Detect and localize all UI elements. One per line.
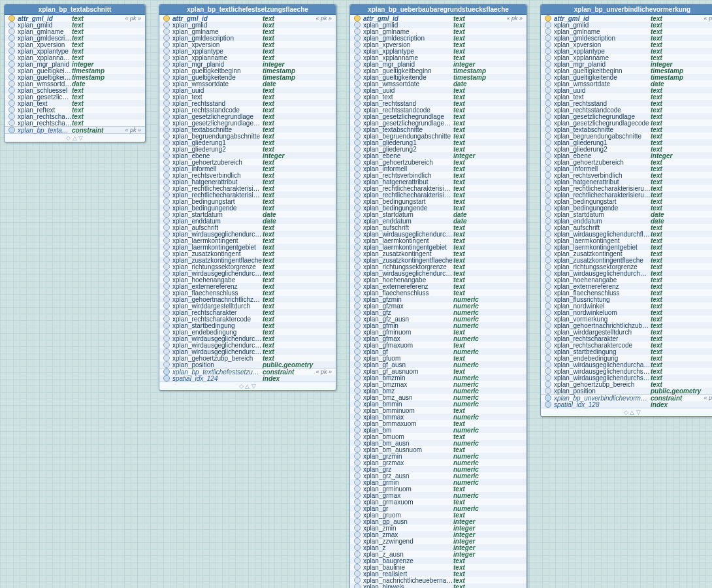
column-row[interactable]: xplan_nachrichtlicheuebernahmetext bbox=[350, 577, 526, 583]
column-row[interactable]: xplan_gueltigkeitendetimestamp bbox=[350, 74, 526, 80]
index-row[interactable]: xplan_bp_textabschnitt_pkeyconstraint« p… bbox=[5, 127, 145, 133]
column-row[interactable]: xplan_wirdausgeglichendurchmassnahmetext bbox=[350, 270, 526, 276]
column-row[interactable]: xplan_rechtscharaktertext bbox=[5, 113, 145, 120]
column-row[interactable]: xplan_rechtscharaktertext bbox=[159, 309, 336, 316]
column-row[interactable]: xplan_gfzmaxnumeric bbox=[350, 302, 526, 309]
column-row[interactable]: xplan_gmlnametext bbox=[159, 28, 336, 35]
column-row[interactable]: xplan_gmldescriptiontext bbox=[5, 35, 145, 41]
column-row[interactable]: xplan_gueltigkeitbeginntimestamp bbox=[541, 67, 712, 74]
column-row[interactable]: xplan_gehoertzubereichtext bbox=[541, 159, 712, 165]
column-row[interactable]: xplan_gmlidtext bbox=[350, 22, 526, 28]
column-row[interactable]: xplan_gehoertzubp_bereichtext bbox=[541, 381, 712, 387]
column-row[interactable]: xplan_xpplantypetext bbox=[541, 48, 712, 54]
column-row[interactable]: xplan_bmmaxuomtext bbox=[350, 420, 526, 427]
column-row[interactable]: xplan_ebeneinteger bbox=[541, 152, 712, 159]
table-footer[interactable]: ◇ △ ▽ bbox=[5, 133, 145, 142]
column-row[interactable]: xplan_gueltigkeitendetimestamp bbox=[5, 74, 145, 80]
column-row[interactable]: xplan_textabschnittetext bbox=[541, 126, 712, 133]
column-row[interactable]: xplan_xpversiontext bbox=[5, 41, 145, 48]
column-row[interactable]: xplan_hatgenerattributtext bbox=[541, 178, 712, 185]
column-row[interactable]: xplan_baulinietext bbox=[350, 564, 526, 570]
column-row[interactable]: xplan_gesetzlichegrundlagetext bbox=[5, 93, 145, 100]
column-row[interactable]: xplan_rechtsstandcodetext bbox=[541, 106, 712, 113]
column-row[interactable]: xplan_hoehenangabetext bbox=[541, 276, 712, 283]
column-row[interactable]: xplan_endebedingungtext bbox=[159, 329, 336, 335]
db-table[interactable]: xplan_bp_textlichefestsetzungsflaecheatt… bbox=[159, 4, 336, 391]
column-row[interactable]: xplan_gp_ausninteger bbox=[350, 518, 526, 525]
column-row[interactable]: xplan_rechtlichecharakterisierungtext bbox=[541, 185, 712, 191]
column-row[interactable]: xplan_startbedingungtext bbox=[159, 322, 336, 329]
column-row[interactable]: xplan_xpplannametext bbox=[350, 54, 526, 61]
column-row[interactable]: attr_gml_idtext« pk » bbox=[159, 15, 336, 22]
column-row[interactable]: xplan_flussrichtungtext bbox=[541, 296, 712, 302]
column-row[interactable]: xplan_xpversiontext bbox=[159, 41, 336, 48]
column-row[interactable]: xplan_xpversiontext bbox=[541, 41, 712, 48]
column-row[interactable]: xplan_gmlidtext bbox=[5, 22, 145, 28]
column-row[interactable]: xplan_textabschnittetext bbox=[350, 126, 526, 133]
db-table[interactable]: xplan_bp_unverbindlichevormerkungattr_gm… bbox=[540, 4, 712, 417]
column-row[interactable]: xplan_xpplannametext bbox=[541, 54, 712, 61]
column-row[interactable]: xplan_mgr_planidinteger bbox=[541, 61, 712, 67]
column-row[interactable]: xplan_xpplannametext bbox=[5, 54, 145, 61]
column-row[interactable]: xplan_gfz_ausnnumeric bbox=[350, 316, 526, 322]
column-row[interactable]: xplan_gfnumeric bbox=[350, 348, 526, 355]
column-row[interactable]: xplan_gesetzlichegrundlagetext bbox=[350, 113, 526, 120]
table-header[interactable]: xplan_bp_textabschnitt bbox=[5, 5, 145, 15]
column-row[interactable]: xplan_texttext bbox=[350, 93, 526, 100]
column-row[interactable]: xplan_positionpublic.geometry bbox=[159, 361, 336, 368]
column-row[interactable]: xplan_mgr_planidinteger bbox=[5, 61, 145, 67]
column-row[interactable]: xplan_gmlidtext bbox=[541, 22, 712, 28]
table-header[interactable]: xplan_bp_ueberbaubaregrundstuecksflaeche bbox=[350, 5, 526, 15]
table-footer[interactable]: ◇ △ ▽ bbox=[159, 382, 336, 390]
column-row[interactable]: xplan_wirdausgeglichendurchmassnahmetext bbox=[159, 270, 336, 276]
column-row[interactable]: xplan_rechtsstandcodetext bbox=[159, 106, 336, 113]
column-row[interactable]: xplan_wirdausgeglichendurchabetext bbox=[159, 335, 336, 342]
column-row[interactable]: xplan_richtungssektorgrenzetext bbox=[159, 263, 336, 270]
column-row[interactable]: xplan_bmminnumeric bbox=[350, 400, 526, 407]
column-row[interactable]: xplan_gmlnametext bbox=[350, 28, 526, 35]
column-row[interactable]: xplan_gliederung2text bbox=[541, 146, 712, 152]
column-row[interactable]: xplan_texttext bbox=[541, 93, 712, 100]
column-row[interactable]: xplan_bmznumeric bbox=[350, 387, 526, 394]
column-row[interactable]: xplan_zmininteger bbox=[350, 525, 526, 531]
column-row[interactable]: xplan_enddatumdate bbox=[159, 218, 336, 224]
column-row[interactable]: xplan_rechtlichecharakterisierungtext bbox=[350, 185, 526, 191]
column-row[interactable]: xplan_grminnumeric bbox=[350, 479, 526, 485]
column-row[interactable]: xplan_rechtscharaktercodetext bbox=[5, 120, 145, 126]
column-row[interactable]: xplan_zinteger bbox=[350, 544, 526, 551]
column-row[interactable]: xplan_grz_ausnnumeric bbox=[350, 472, 526, 479]
column-row[interactable]: xplan_zmaxinteger bbox=[350, 531, 526, 538]
column-row[interactable]: xplan_gmlnametext bbox=[541, 28, 712, 35]
column-row[interactable]: xplan_bmmaxnumeric bbox=[350, 414, 526, 420]
column-row[interactable]: xplan_aufschrifttext bbox=[159, 224, 336, 231]
column-row[interactable]: xplan_grmaxuomtext bbox=[350, 498, 526, 505]
column-row[interactable]: xplan_gfznumeric bbox=[350, 309, 526, 316]
column-row[interactable]: xplan_gueltigkeitbeginntimestamp bbox=[350, 67, 526, 74]
column-row[interactable]: xplan_informelltext bbox=[159, 165, 336, 172]
index-row[interactable]: spatial_idx_124index bbox=[159, 375, 336, 382]
column-row[interactable]: xplan_wmssortdatedate bbox=[5, 80, 145, 87]
column-row[interactable]: xplan_aufschrifttext bbox=[541, 224, 712, 231]
column-row[interactable]: xplan_z_ausninteger bbox=[350, 551, 526, 557]
column-row[interactable]: xplan_nordwinkeluomtext bbox=[541, 309, 712, 316]
column-row[interactable]: xplan_rechtlichecharakterisierungcodetex… bbox=[159, 191, 336, 198]
column-row[interactable]: xplan_bmminuomtext bbox=[350, 407, 526, 414]
column-row[interactable]: xplan_bmzmaxnumeric bbox=[350, 381, 526, 387]
column-row[interactable]: xplan_grmaxnumeric bbox=[350, 492, 526, 498]
column-row[interactable]: xplan_gueltigkeitbeginntimestamp bbox=[5, 67, 145, 74]
column-row[interactable]: xplan_hoehenangabetext bbox=[159, 276, 336, 283]
column-row[interactable]: xplan_gesetzlichegrundlagecodetext bbox=[541, 120, 712, 126]
column-row[interactable]: xplan_bedingungendetext bbox=[350, 204, 526, 211]
index-row[interactable]: spatial_idx_128index bbox=[541, 401, 712, 408]
column-row[interactable]: xplan_zusatzkontingentflaechetext bbox=[350, 257, 526, 263]
column-row[interactable]: xplan_hinweistext bbox=[350, 583, 526, 588]
column-row[interactable]: xplan_bedingungendetext bbox=[159, 204, 336, 211]
column-row[interactable]: xplan_mgr_planidinteger bbox=[159, 61, 336, 67]
column-row[interactable]: xplan_wmssortdatedate bbox=[350, 80, 526, 87]
column-row[interactable]: attr_gml_idtext« pk » bbox=[541, 15, 712, 22]
column-row[interactable]: xplan_gf_ausnnumeric bbox=[350, 361, 526, 368]
column-row[interactable]: xplan_laermkontingentgebiettext bbox=[541, 244, 712, 250]
column-row[interactable]: xplan_richtungssektorgrenzetext bbox=[350, 263, 526, 270]
column-row[interactable]: xplan_xpplantypetext bbox=[5, 48, 145, 54]
column-row[interactable]: xplan_bmzminnumeric bbox=[350, 374, 526, 381]
